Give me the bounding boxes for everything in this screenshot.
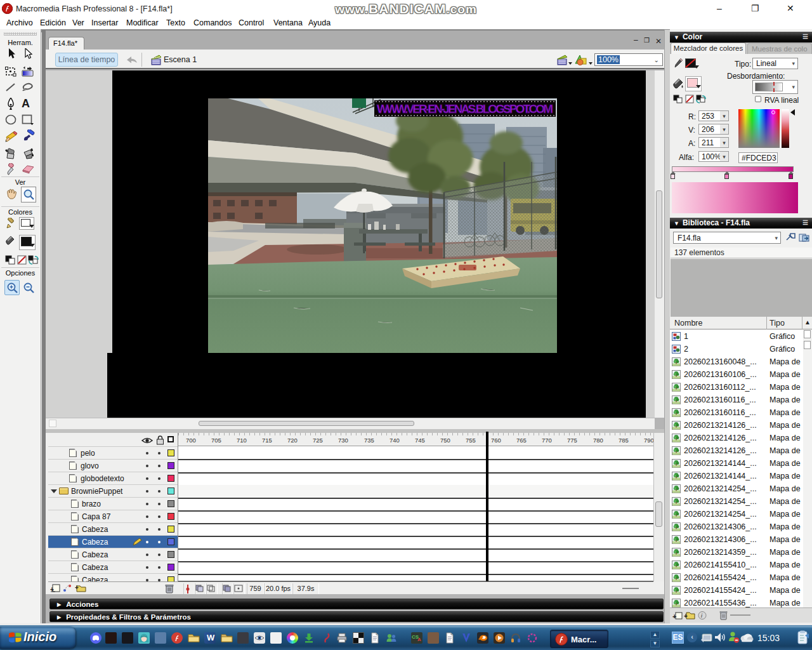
svg-text:+: + [684, 613, 688, 620]
svg-text:WWW.VER-EN-JENAS.BLOGSPOT.COM: WWW.VER-EN-JENAS.BLOGSPOT.COM [377, 102, 553, 116]
svg-text:+: + [50, 586, 54, 593]
svg-text:+: + [75, 584, 79, 591]
svg-text:+: + [672, 613, 676, 620]
